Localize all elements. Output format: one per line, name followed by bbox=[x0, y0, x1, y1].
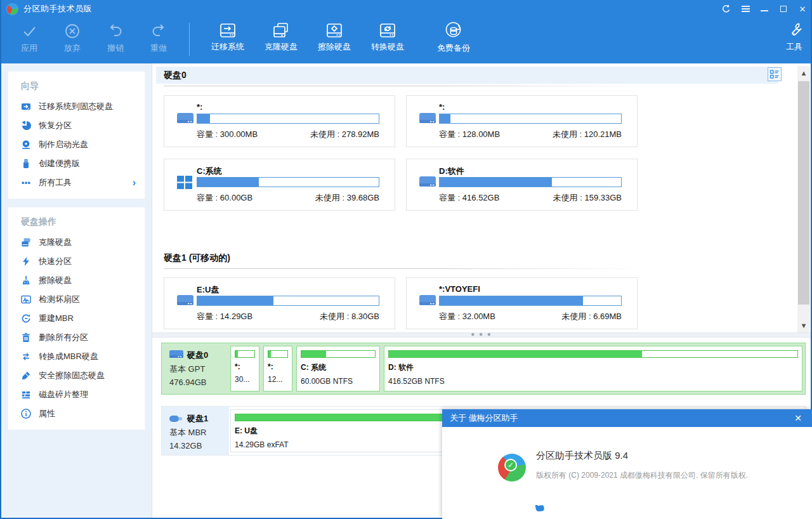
product-logo: ✓ bbox=[498, 454, 526, 482]
disk1-label[interactable]: 硬盘1 基本 MBR 14.32GB bbox=[162, 407, 229, 455]
partition-card-d-software[interactable]: D:软件 容量 : 416.52GB 未使用 : 159.33GB bbox=[406, 159, 638, 211]
copyright-text: 版权所有 (C) 2009-2021 成都傲梅科技有限公司. 保留所有版权. bbox=[536, 470, 748, 481]
disk-size: 476.94GB bbox=[169, 378, 229, 387]
view-mode-toggle-button[interactable] bbox=[768, 67, 782, 81]
disk0-row[interactable]: 硬盘0 基本 GPT 476.94GB *: 30... *: 12... bbox=[161, 343, 806, 395]
capacity-text: 容量 : 128.00MB bbox=[439, 129, 500, 140]
minimize-icon[interactable] bbox=[755, 0, 774, 18]
sidebar-item-defragment[interactable]: 磁盘碎片整理 bbox=[8, 385, 145, 404]
refresh-icon[interactable] bbox=[717, 0, 736, 18]
map-partition-size: 12... bbox=[268, 375, 288, 384]
disk-icon bbox=[419, 111, 436, 126]
scrollbar-thumb[interactable] bbox=[798, 81, 809, 305]
sidebar-item-bootable-media[interactable]: 制作启动光盘 bbox=[8, 135, 145, 154]
sidebar-item-quick-partition[interactable]: 快速分区 bbox=[8, 252, 145, 271]
sidebar-item-migrate-to-ssd[interactable]: 迁移系统到固态硬盘 bbox=[8, 97, 145, 116]
disk0-label[interactable]: 硬盘0 基本 GPT 476.94GB bbox=[162, 343, 229, 394]
map-partition-size: 416.52GB NTFS bbox=[388, 377, 798, 386]
menu-icon[interactable] bbox=[736, 0, 755, 18]
disk1-cards: E:U盘 容量 : 14.29GB 未使用 : 8.30GB *:VTOYEFI… bbox=[164, 277, 811, 329]
scroll-up-arrow-icon[interactable]: ▲ bbox=[797, 66, 810, 80]
redo-button[interactable]: 重做 bbox=[137, 18, 180, 54]
map-partition-label: D: 软件 bbox=[388, 362, 798, 373]
unused-text: 未使用 : 120.21MB bbox=[553, 129, 622, 140]
disk0-section-header[interactable]: 硬盘0 bbox=[156, 67, 778, 84]
map-partition-disk0-p1[interactable]: *: 30... bbox=[230, 346, 259, 391]
partition-card-e-usb[interactable]: E:U盘 容量 : 14.29GB 未使用 : 8.30GB bbox=[164, 277, 395, 329]
all-tools-icon bbox=[21, 178, 31, 188]
unused-text: 未使用 : 8.30GB bbox=[320, 311, 379, 322]
wipe-disk-icon bbox=[21, 275, 31, 286]
sidebar-item-delete-all-partitions[interactable]: 删除所有分区 bbox=[8, 328, 145, 347]
sidebar-item-portable-version[interactable]: 创建便携版 bbox=[8, 154, 145, 173]
toolbar: 应用 放弃 撤销 重做 迁移系统 bbox=[0, 18, 812, 63]
scroll-down-arrow-icon[interactable]: ▼ bbox=[797, 319, 810, 332]
sidebar-item-label: 安全擦除固态硬盘 bbox=[39, 370, 105, 381]
tools-button[interactable]: 工具 bbox=[785, 18, 812, 53]
disk1-section-header[interactable]: 硬盘1 (可移动的) bbox=[156, 249, 778, 266]
sidebar-item-clone-disk[interactable]: 克隆硬盘 bbox=[8, 233, 145, 252]
rebuild-mbr-icon bbox=[21, 313, 31, 324]
disk-type: 基本 MBR bbox=[169, 427, 229, 438]
migrate-system-button[interactable]: 迁移系统 bbox=[201, 18, 254, 53]
windows-icon bbox=[176, 174, 193, 190]
disk-icon bbox=[176, 293, 194, 308]
sidebar-item-rebuild-mbr[interactable]: 重建MBR bbox=[8, 309, 145, 328]
sidebar-item-label: 恢复分区 bbox=[39, 120, 72, 131]
migrate-ssd-icon bbox=[21, 102, 31, 112]
sidebar: 向导 迁移系统到固态硬盘 恢复分区 制作启动光盘 bbox=[1, 63, 152, 518]
sidebar-item-properties[interactable]: 属性 bbox=[8, 404, 145, 423]
bootable-media-icon bbox=[21, 140, 31, 150]
undo-button[interactable]: 撤销 bbox=[94, 18, 137, 54]
map-partition-disk0-p2[interactable]: *: 12... bbox=[263, 346, 292, 391]
partition-card-disk0-p2[interactable]: *: 容量 : 128.00MB 未使用 : 120.21MB bbox=[406, 95, 638, 147]
unused-text: 未使用 : 6.69MB bbox=[561, 311, 622, 322]
partition-name: *:VTOYEFI bbox=[439, 284, 480, 294]
toolbar-separator bbox=[189, 23, 190, 56]
clone-label: 克隆硬盘 bbox=[265, 41, 298, 53]
sidebar-item-secure-erase-ssd[interactable]: 安全擦除固态硬盘 bbox=[8, 366, 145, 385]
map-partition-c-system[interactable]: C: 系统 60.00GB NTFS bbox=[296, 346, 380, 391]
panel-splitter[interactable]: ● ● ● bbox=[152, 332, 811, 338]
partition-card-c-system[interactable]: C:系统 容量 : 60.00GB 未使用 : 39.68GB bbox=[164, 159, 395, 211]
section-divider bbox=[164, 86, 639, 86]
tools-label: 工具 bbox=[786, 41, 802, 53]
sidebar-item-label: 快速分区 bbox=[39, 256, 72, 267]
check-badge-icon: ✓ bbox=[504, 459, 517, 471]
partition-card-vtoyefi[interactable]: *:VTOYEFI 容量 : 32.00MB 未使用 : 6.69MB bbox=[406, 277, 638, 329]
sidebar-item-label: 属性 bbox=[39, 408, 55, 419]
partition-name: C:系统 bbox=[197, 166, 222, 177]
wipe-disk-button[interactable]: 擦除硬盘 bbox=[308, 18, 361, 53]
convert-disk-button[interactable]: 转换硬盘 bbox=[361, 18, 414, 53]
clone-disk-button[interactable]: 克隆硬盘 bbox=[254, 18, 308, 53]
free-backup-button[interactable]: 免费备份 bbox=[423, 18, 484, 54]
sidebar-item-label: 删除所有分区 bbox=[39, 332, 88, 343]
usage-bar bbox=[439, 296, 622, 306]
apply-button[interactable]: 应用 bbox=[8, 18, 51, 54]
hand-pointer-icon[interactable] bbox=[535, 503, 545, 512]
dialog-close-icon[interactable]: ✕ bbox=[792, 413, 804, 423]
vertical-scrollbar[interactable]: ▲ ▼ bbox=[797, 66, 810, 332]
chevron-right-icon: › bbox=[133, 178, 136, 188]
close-icon[interactable]: ✕ bbox=[793, 0, 812, 18]
partition-card-disk0-p1[interactable]: *: 容量 : 300.00MB 未使用 : 278.92MB bbox=[164, 95, 395, 147]
capacity-text: 容量 : 300.00MB bbox=[197, 129, 258, 140]
sidebar-item-wipe-disk[interactable]: 擦除硬盘 bbox=[8, 271, 145, 290]
disk-icon bbox=[169, 350, 183, 361]
maximize-icon[interactable] bbox=[774, 0, 793, 18]
usage-bar bbox=[439, 177, 622, 187]
sidebar-item-all-tools[interactable]: 所有工具 › bbox=[8, 173, 145, 192]
usage-bar bbox=[197, 177, 379, 187]
capacity-text: 容量 : 14.29GB bbox=[197, 311, 252, 322]
sidebar-item-convert-to-mbr[interactable]: 转换成MBR硬盘 bbox=[8, 347, 145, 366]
delete-partitions-icon bbox=[21, 332, 31, 343]
recover-partition-icon bbox=[21, 121, 31, 131]
usb-drive-icon bbox=[169, 414, 183, 423]
sidebar-item-test-bad-sectors[interactable]: 检测坏扇区 bbox=[8, 290, 145, 309]
capacity-text: 容量 : 32.00MB bbox=[439, 311, 495, 322]
about-dialog-body: ✓ 分区助手技术员版 9.4 版权所有 (C) 2009-2021 成都傲梅科技… bbox=[442, 427, 812, 519]
disk-name: 硬盘1 bbox=[187, 413, 208, 424]
map-partition-d-software[interactable]: D: 软件 416.52GB NTFS bbox=[384, 346, 802, 391]
sidebar-item-recover-partition[interactable]: 恢复分区 bbox=[8, 116, 145, 135]
discard-button[interactable]: 放弃 bbox=[51, 18, 94, 54]
